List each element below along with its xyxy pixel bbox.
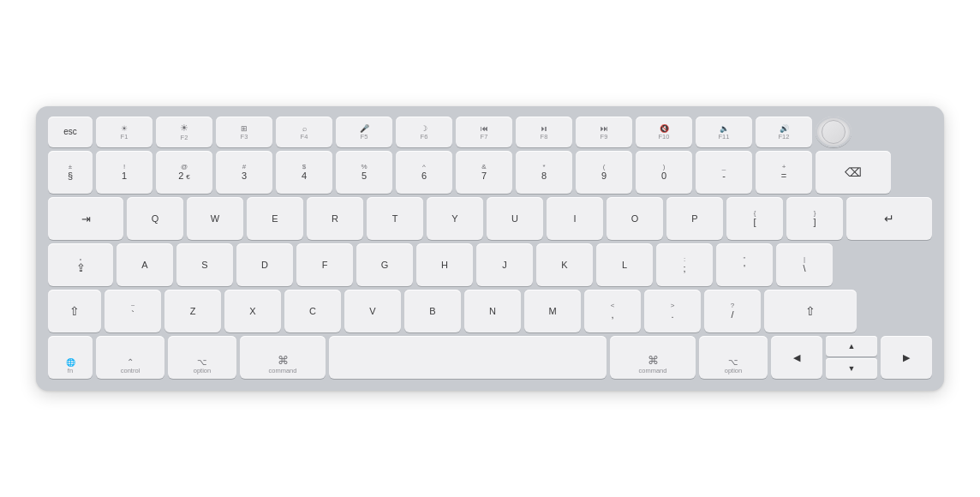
f10-key[interactable]: 🔇 F10 xyxy=(636,117,692,147)
equals-key[interactable]: + = xyxy=(756,151,812,194)
f5-key[interactable]: 🎤 F5 xyxy=(336,117,392,147)
f4-key[interactable]: ⌕ F4 xyxy=(276,117,332,147)
caps-lock-key[interactable]: • ⇪ xyxy=(48,243,113,286)
m-key[interactable]: M xyxy=(524,290,581,332)
n-key[interactable]: N xyxy=(464,290,521,332)
f12-key[interactable]: 🔊 F12 xyxy=(756,117,812,147)
up-down-arrow-container: ▲ ▼ xyxy=(826,336,877,379)
comma-key[interactable]: < , xyxy=(584,290,641,332)
slash-key[interactable]: ? / xyxy=(704,290,761,332)
right-arrow-key[interactable]: ▶ xyxy=(881,336,932,379)
f9-key[interactable]: ⏭ F9 xyxy=(576,117,632,147)
q-key[interactable]: Q xyxy=(127,197,183,240)
tab-key[interactable]: ⇥ xyxy=(48,197,123,240)
f6-key[interactable]: ☽ F6 xyxy=(396,117,452,147)
left-shift-key[interactable]: ⇧ xyxy=(48,290,101,332)
keyboard: esc ☀ F1 ☀ F2 ⊞ F3 ⌕ F4 🎤 F5 ☽ F6 ⏮ F7 xyxy=(36,106,944,391)
semicolon-key[interactable]: : ; xyxy=(656,243,713,286)
esc-key[interactable]: esc xyxy=(48,117,93,147)
3-key[interactable]: # 3 xyxy=(216,151,272,194)
left-option-key[interactable]: ⌥ option xyxy=(168,336,236,379)
b-key[interactable]: B xyxy=(404,290,461,332)
v-key[interactable]: V xyxy=(344,290,401,332)
i-key[interactable]: I xyxy=(547,197,603,240)
minus-key[interactable]: _ - xyxy=(696,151,752,194)
left-arrow-key[interactable]: ◀ xyxy=(771,336,822,379)
qwerty-row: ⇥ Q W E R T Y U I O P { [ } ] ↵ xyxy=(48,197,932,240)
z-key[interactable]: Z xyxy=(164,290,221,332)
2-key[interactable]: @ 2 € xyxy=(156,151,212,194)
number-row: ± § ! 1 @ 2 € # 3 $ 4 xyxy=(48,151,932,194)
j-key[interactable]: J xyxy=(476,243,533,286)
5-key[interactable]: % 5 xyxy=(336,151,392,194)
y-key[interactable]: Y xyxy=(427,197,483,240)
right-command-key[interactable]: ⌘ command xyxy=(610,336,696,379)
touch-id-key[interactable] xyxy=(816,117,852,147)
1-key[interactable]: ! 1 xyxy=(96,151,152,194)
f2-key[interactable]: ☀ F2 xyxy=(156,117,212,147)
f8-key[interactable]: ⏯ F8 xyxy=(516,117,572,147)
section-key[interactable]: ± § xyxy=(48,151,93,194)
backspace-key[interactable]: ⌫ xyxy=(816,151,891,194)
down-arrow-key[interactable]: ▼ xyxy=(826,358,877,379)
fn-key[interactable]: 🌐 fn xyxy=(48,336,93,379)
6-key[interactable]: ^ 6 xyxy=(396,151,452,194)
tilde-key[interactable]: ~ ` xyxy=(105,290,161,332)
u-key[interactable]: U xyxy=(487,197,543,240)
open-bracket-key[interactable]: { [ xyxy=(726,197,783,240)
up-arrow-key[interactable]: ▲ xyxy=(826,336,877,356)
function-row: esc ☀ F1 ☀ F2 ⊞ F3 ⌕ F4 🎤 F5 ☽ F6 ⏮ F7 xyxy=(48,117,932,147)
a-key[interactable]: A xyxy=(117,243,173,286)
8-key[interactable]: * 8 xyxy=(516,151,572,194)
bottom-row: 🌐 fn ⌃ control ⌥ option ⌘ command xyxy=(48,336,932,379)
right-shift-key[interactable]: ⇧ xyxy=(764,290,857,332)
r-key[interactable]: R xyxy=(307,197,363,240)
f3-key[interactable]: ⊞ F3 xyxy=(216,117,272,147)
w-key[interactable]: W xyxy=(187,197,243,240)
k-key[interactable]: K xyxy=(536,243,593,286)
left-command-key[interactable]: ⌘ command xyxy=(240,336,326,379)
quote-key[interactable]: " ' xyxy=(716,243,773,286)
s-key[interactable]: S xyxy=(176,243,233,286)
enter-key[interactable]: ↵ xyxy=(846,197,932,240)
f1-key[interactable]: ☀ F1 xyxy=(96,117,152,147)
h-key[interactable]: H xyxy=(416,243,473,286)
zxcv-row: ⇧ ~ ` Z X C V B N M < , > . xyxy=(48,290,932,332)
period-key[interactable]: > . xyxy=(644,290,701,332)
9-key[interactable]: ( 9 xyxy=(576,151,632,194)
l-key[interactable]: L xyxy=(596,243,653,286)
e-key[interactable]: E xyxy=(247,197,303,240)
f-key[interactable]: F xyxy=(296,243,353,286)
backslash-key[interactable]: | \ xyxy=(776,243,833,286)
f11-key[interactable]: 🔈 F11 xyxy=(696,117,752,147)
c-key[interactable]: C xyxy=(284,290,341,332)
p-key[interactable]: P xyxy=(666,197,723,240)
d-key[interactable]: D xyxy=(236,243,293,286)
asdf-row: • ⇪ A S D F G H J K L : ; " ' | \ xyxy=(48,243,932,286)
g-key[interactable]: G xyxy=(356,243,413,286)
0-key[interactable]: ) 0 xyxy=(636,151,692,194)
f7-key[interactable]: ⏮ F7 xyxy=(456,117,512,147)
4-key[interactable]: $ 4 xyxy=(276,151,332,194)
o-key[interactable]: O xyxy=(607,197,663,240)
control-key[interactable]: ⌃ control xyxy=(96,336,164,379)
close-bracket-key[interactable]: } ] xyxy=(786,197,843,240)
spacebar-key[interactable] xyxy=(329,336,607,379)
right-option-key[interactable]: ⌥ option xyxy=(699,336,768,379)
t-key[interactable]: T xyxy=(367,197,423,240)
7-key[interactable]: & 7 xyxy=(456,151,512,194)
x-key[interactable]: X xyxy=(224,290,281,332)
